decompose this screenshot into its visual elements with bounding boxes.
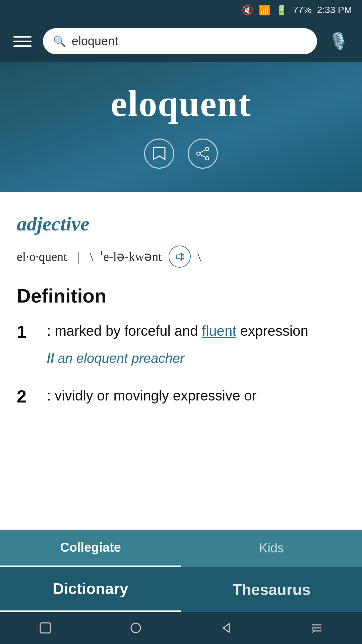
svg-line-3 xyxy=(200,150,206,153)
ipa-text: ˈe-lə-kwənt xyxy=(100,249,162,264)
svg-marker-8 xyxy=(223,624,229,632)
home-button[interactable] xyxy=(119,618,152,641)
definition-body-1: : marked by forceful and fluent expressi… xyxy=(47,320,345,368)
recent-apps-button[interactable] xyxy=(29,618,62,641)
triangle-icon xyxy=(220,622,233,634)
share-button[interactable] xyxy=(188,139,218,169)
battery-percent: 77% xyxy=(293,5,312,15)
definition-1: 1 : marked by forceful and fluent expres… xyxy=(17,320,345,368)
definition-text-2: : vividly or movingly expressive or xyxy=(47,385,345,406)
tab-dictionary[interactable]: Dictionary xyxy=(0,567,181,612)
sub-tabs-row: Collegiate Kids xyxy=(0,530,362,567)
svg-point-7 xyxy=(131,623,140,633)
word-header: eloquent xyxy=(0,62,362,192)
ipa-right-bracket: \ xyxy=(197,249,201,264)
tab-thesaurus[interactable]: Thesaurus xyxy=(181,567,362,612)
definition-body-2: : vividly or movingly expressive or xyxy=(47,385,345,413)
square-icon xyxy=(39,622,52,634)
definition-number-2: 2 xyxy=(17,386,34,407)
microphone-button[interactable]: 🎙️ xyxy=(325,29,352,54)
main-tabs-row: Dictionary Thesaurus xyxy=(0,567,362,612)
menu-line-3 xyxy=(13,45,32,47)
back-button[interactable] xyxy=(210,618,243,641)
svg-marker-5 xyxy=(176,253,182,260)
wifi-icon: 📶 xyxy=(259,5,270,16)
pronunciation-row: el·o·quent | \ ˈe-lə-kwənt \ xyxy=(17,246,345,268)
tab-collegiate[interactable]: Collegiate xyxy=(0,530,181,567)
mute-icon: 🔇 xyxy=(242,5,253,16)
example-italic-word: eloquent xyxy=(76,351,128,366)
menu-button[interactable] xyxy=(10,33,35,50)
example-marker-1: // xyxy=(47,351,54,366)
search-icon: 🔍 xyxy=(53,35,66,48)
status-bar: 🔇 📶 🔋 77% 2:33 PM xyxy=(0,0,362,20)
share-icon xyxy=(195,146,210,161)
svg-line-4 xyxy=(200,155,206,158)
svg-point-0 xyxy=(205,147,209,151)
search-input[interactable] xyxy=(72,34,307,48)
bookmark-icon xyxy=(153,146,166,161)
pronunciation-divider: | xyxy=(77,249,80,264)
part-of-speech: adjective xyxy=(17,212,345,235)
word-display: eloquent xyxy=(111,83,251,125)
definition-text-1: : marked by forceful and fluent expressi… xyxy=(47,320,345,341)
bookmark-button[interactable] xyxy=(144,139,174,169)
lines-icon xyxy=(310,622,323,634)
definition-number-1: 1 xyxy=(17,322,34,342)
options-menu-button[interactable] xyxy=(300,618,333,641)
bottom-tabs-container: Collegiate Kids Dictionary Thesaurus xyxy=(0,530,362,644)
battery-icon: 🔋 xyxy=(276,5,288,16)
search-bar: 🔍 xyxy=(43,28,317,54)
definition-header: Definition xyxy=(17,284,345,307)
menu-line-2 xyxy=(13,41,32,42)
time-display: 2:33 PM xyxy=(317,5,352,15)
definition-colon-2: : xyxy=(47,388,55,404)
svg-point-1 xyxy=(205,157,209,160)
speaker-icon xyxy=(175,252,184,261)
syllable-display: el·o·quent xyxy=(17,249,67,264)
circle-icon xyxy=(129,622,142,634)
definition-link-fluent[interactable]: fluent xyxy=(202,323,236,339)
content-area: adjective el·o·quent | \ ˈe-lə-kwənt \ D… xyxy=(0,192,362,510)
definition-colon-1: : xyxy=(47,323,55,339)
svg-rect-6 xyxy=(40,623,50,633)
svg-point-2 xyxy=(197,152,200,155)
definition-2: 2 : vividly or movingly expressive or xyxy=(17,385,345,413)
top-nav: 🔍 🎙️ xyxy=(0,20,362,62)
definition-example-1: //an eloquent preacher xyxy=(47,348,345,368)
audio-button[interactable] xyxy=(169,246,191,268)
android-nav-bar xyxy=(0,612,362,644)
menu-line-1 xyxy=(13,36,32,38)
word-actions xyxy=(144,139,218,169)
tab-kids[interactable]: Kids xyxy=(181,530,362,567)
ipa-left-bracket: \ xyxy=(89,249,93,264)
